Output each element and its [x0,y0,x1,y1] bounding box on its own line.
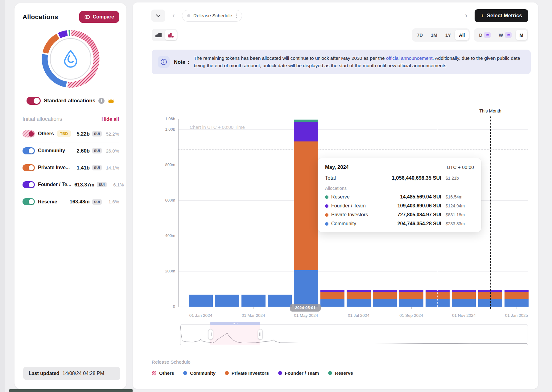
legend-item-private-investors[interactable]: Private Investors [225,370,269,376]
navigator-selection-bar[interactable] [210,322,260,325]
y-axis-tick: 200m [159,269,175,273]
bar-sep-2024-reserve[interactable] [399,290,423,290]
reserve-toggle[interactable] [23,198,35,205]
allocation-name: Others [38,131,54,137]
area-chart-icon [155,32,162,38]
bar-nov-2024-community[interactable] [452,299,476,307]
x-axis-label: 01 Mar 2024 [233,313,274,318]
bar-nov-2024-reserve[interactable] [452,290,476,290]
y-axis-tick: 800m [159,162,175,167]
bar-jan-2025-reserve[interactable] [505,290,529,290]
bar-jun-2024-founder-team[interactable] [320,290,344,292]
others-swatch-icon [152,371,156,375]
allocation-name: Founder / Te... [38,182,71,187]
range-1y[interactable]: 1Y [441,30,455,40]
x-axis-label: 01 May 2024 [286,313,326,318]
founder-team-toggle[interactable] [23,181,35,188]
this-month-label: This Month [467,108,513,113]
hide-all-link[interactable]: Hide all [101,116,119,122]
bar-aug-2024-reserve[interactable] [373,290,397,290]
bar-jun-2024-reserve[interactable] [320,290,344,290]
navigator-handle-right[interactable] [258,329,263,340]
gridline [178,129,528,130]
donut-segment-founder-te-[interactable] [59,33,67,36]
official-announcement-link[interactable]: official announcement [386,55,433,61]
legend-item-others[interactable]: Others [152,370,174,376]
private-investors-toggle[interactable] [23,164,35,171]
bar-jan-2025-private-investors[interactable] [505,292,529,299]
bar-nov-2024-private-investors[interactable] [452,292,476,299]
private-investors-dot-icon [325,213,328,217]
community-toggle[interactable] [23,147,35,154]
note-info-icon [158,56,170,68]
bar-may-2024-reserve[interactable] [294,120,318,122]
bar-sep-2024-private-investors[interactable] [399,292,423,299]
range-7d[interactable]: 7D [413,30,427,40]
next-metric-arrow[interactable]: › [463,12,470,20]
bar-aug-2024-founder-team[interactable] [373,290,397,292]
allocation-list: Others TBD 5.22b SUI 52.2% Community 2.6… [23,125,119,210]
bar-jan-2025-community[interactable] [505,299,529,307]
this-month-line [490,116,491,309]
private-investors-dot-icon [225,371,229,375]
bar-aug-2024-community[interactable] [373,299,397,307]
bar-may-2024-community[interactable] [294,270,318,307]
interval-week[interactable]: W [495,29,515,41]
legend-item-founder-team[interactable]: Founder / Team [278,370,319,376]
select-metrics-button[interactable]: + Select Metrics [475,9,528,22]
standard-allocations-toggle[interactable] [27,97,41,105]
metric-pill[interactable]: Release Schedule [182,10,242,22]
kebab-menu-icon[interactable] [235,13,237,18]
bar-jan-2024-community[interactable] [189,295,213,307]
bar-jun-2024-community[interactable] [320,299,344,307]
reserve-dot-icon [325,195,328,199]
allocation-amount: 613.37m [74,182,94,188]
x-axis-tick [464,307,464,309]
bar-apr-2024-community[interactable] [268,295,292,307]
y-axis-tick: 600m [159,198,175,202]
bar-nov-2024-founder-team[interactable] [452,290,476,292]
bar-mar-2024-community[interactable] [241,295,266,307]
navigator-selection[interactable] [210,325,260,345]
bar-sep-2024-founder-team[interactable] [399,290,423,292]
legend-item-reserve[interactable]: Reserve [328,370,353,376]
y-axis-tick: 1.00b [159,127,175,132]
prev-metric-arrow[interactable]: ‹ [170,12,177,20]
bar-aug-2024-private-investors[interactable] [373,292,397,299]
x-axis-label: 01 Nov 2024 [444,313,484,318]
release-schedule-panel: ‹ Release Schedule › + Select Metrics [133,2,538,389]
bar-jul-2024-founder-team[interactable] [347,290,371,292]
expand-metrics-button[interactable] [151,10,165,22]
bar-chart-button[interactable] [165,30,177,40]
tooltip-total-sui: 1,056,440,698.35 SUI [392,175,441,181]
chart-watermark: Chart in UTC + 00:00 Time [190,125,245,130]
others-toggle[interactable] [23,130,35,137]
bar-may-2024-founder-team[interactable] [294,122,318,141]
legend-item-community[interactable]: Community [183,370,216,376]
last-updated-value: 14/08/24 04:28 PM [63,371,104,376]
bar-may-2024-private-investors[interactable] [294,141,318,270]
info-icon[interactable]: i [98,98,105,104]
sui-badge: SUI [97,182,106,187]
donut-svg [38,27,103,91]
bar-jul-2024-private-investors[interactable] [347,292,371,299]
bar-jul-2024-reserve[interactable] [347,290,371,290]
allocation-row-reserve: Reserve 163.48m SUI 1.6% [23,193,119,210]
tooltip-date: May, 2024 [325,164,349,170]
tooltip-total-label: Total [325,175,336,181]
interval-day[interactable]: D [475,29,495,41]
navigator-handle-left[interactable] [208,329,213,340]
x-axis-label: 01 Sep 2024 [391,313,431,318]
range-1m[interactable]: 1M [427,30,441,40]
bar-feb-2024-community[interactable] [215,295,239,307]
bar-jul-2024-community[interactable] [347,299,371,307]
compare-button[interactable]: Compare [79,11,119,23]
bar-sep-2024-community[interactable] [399,299,423,307]
select-metrics-label: Select Metrics [487,13,522,19]
dashed-guide-line [178,149,528,149]
bar-jan-2025-founder-team[interactable] [505,290,529,292]
bar-jun-2024-private-investors[interactable] [320,292,344,299]
interval-month[interactable]: M [516,30,528,40]
range-all[interactable]: All [455,30,469,40]
area-chart-button[interactable] [153,30,164,40]
